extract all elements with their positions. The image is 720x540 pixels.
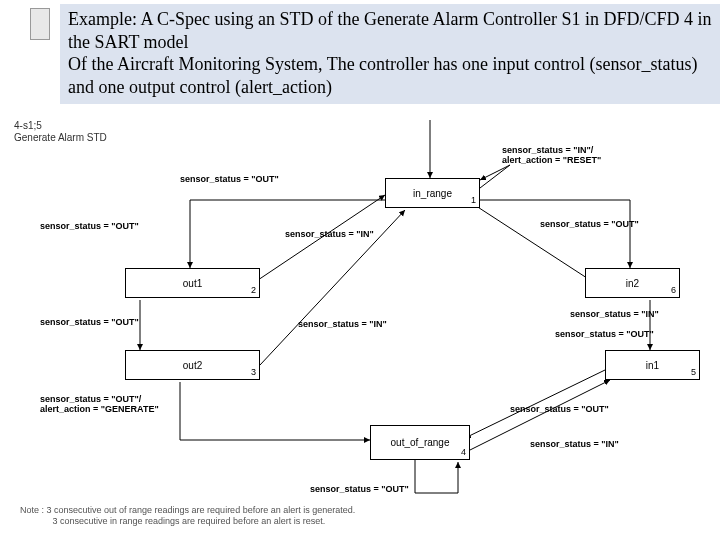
edge-label-in: sensor_status = "IN" <box>298 320 387 330</box>
edge-label-out: sensor_status = "OUT" <box>40 222 139 232</box>
svg-line-17 <box>480 165 510 188</box>
state-in2: in2 6 <box>585 268 680 298</box>
state-out2: out2 3 <box>125 350 260 380</box>
edge-label-in: sensor_status = "IN" <box>530 440 619 450</box>
state-label: out_of_range <box>391 437 450 448</box>
state-number: 1 <box>471 195 476 205</box>
state-number: 3 <box>251 367 256 377</box>
edge-label-out-generate: sensor_status = "OUT"/ alert_action = "G… <box>40 395 159 415</box>
diagram-note: Note : 3 consecutive out of range readin… <box>20 505 355 527</box>
header-line-1: Example: A C-Spec using an STD of the Ge… <box>68 9 711 52</box>
state-label: in_range <box>413 188 452 199</box>
state-out1: out1 2 <box>125 268 260 298</box>
state-label: in2 <box>626 278 639 289</box>
diagram-ref: 4-s1;5 <box>14 120 42 131</box>
edge-label-out: sensor_status = "OUT" <box>540 220 639 230</box>
edge-label-in: sensor_status = "IN" <box>570 310 659 320</box>
std-diagram: 4-s1;5 Generate Alarm STD <box>10 120 710 530</box>
edge-label-out: sensor_status = "OUT" <box>310 485 409 495</box>
edge-label-out: sensor_status = "OUT" <box>510 405 609 415</box>
state-number: 4 <box>461 447 466 457</box>
state-number: 6 <box>671 285 676 295</box>
edge-label-out: sensor_status = "OUT" <box>555 330 654 340</box>
edge-label-in-reset: sensor_status = "IN"/ alert_action = "RE… <box>502 146 601 166</box>
state-label: in1 <box>646 360 659 371</box>
state-in-range: in_range 1 <box>385 178 480 208</box>
edge-label-in: sensor_status = "IN" <box>285 230 374 240</box>
header-text-box: Example: A C-Spec using an STD of the Ge… <box>60 4 720 104</box>
state-out-of-range: out_of_range 4 <box>370 425 470 460</box>
svg-line-10 <box>470 202 590 280</box>
state-in1: in1 5 <box>605 350 700 380</box>
state-number: 2 <box>251 285 256 295</box>
state-label: out1 <box>183 278 202 289</box>
edge-label-out: sensor_status = "OUT" <box>40 318 139 328</box>
diagram-title: Generate Alarm STD <box>14 132 107 143</box>
left-marker <box>30 8 50 40</box>
state-number: 5 <box>691 367 696 377</box>
edge-label-out: sensor_status = "OUT" <box>180 175 279 185</box>
header-line-2: Of the Aircraft Monitoring System, The c… <box>68 54 698 97</box>
state-label: out2 <box>183 360 202 371</box>
svg-line-18 <box>480 165 510 180</box>
